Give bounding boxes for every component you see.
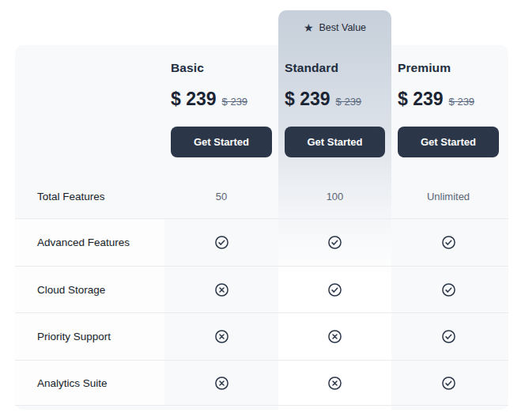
feature-label: Cloud Storage — [15, 267, 164, 312]
get-started-button[interactable]: Get Started — [171, 127, 272, 157]
feature-cell-basic — [164, 313, 278, 360]
plan-price-line: $ 239 $ 239 — [171, 89, 247, 110]
feature-label: Total Features — [15, 191, 164, 202]
total-features-premium-value: Unlimited — [391, 191, 505, 202]
plan-name: Standard — [285, 61, 338, 75]
get-started-button[interactable]: Get Started — [398, 127, 499, 157]
check-circle-icon — [441, 376, 456, 391]
feature-label: Advanced Features — [15, 219, 164, 266]
feature-row: Priority Support — [15, 312, 508, 360]
check-circle-icon — [327, 282, 342, 297]
get-started-button[interactable]: Get Started — [285, 127, 385, 157]
check-circle-icon — [441, 235, 456, 250]
best-value-label: Best Value — [319, 22, 367, 33]
feature-row: Advanced Features — [15, 218, 508, 266]
total-features-standard-value: 100 — [278, 191, 391, 202]
check-circle-icon — [441, 329, 456, 344]
cross-circle-icon — [327, 329, 342, 344]
plan-price-line: $ 239 $ 239 — [285, 89, 361, 110]
cross-circle-icon — [327, 376, 342, 391]
cross-circle-icon — [214, 329, 229, 344]
feature-label: Analytics Suite — [15, 361, 164, 405]
star-icon: ★ — [304, 22, 314, 33]
pricing-page: ★ Best Value Basic $ 239 $ 239 Get Start… — [0, 0, 525, 420]
plan-column-header-basic: Basic $ 239 $ 239 Get Started — [164, 45, 278, 174]
plan-old-price: $ 239 — [449, 96, 475, 108]
plan-old-price: $ 239 — [222, 96, 248, 108]
feature-cell-standard — [278, 361, 391, 405]
total-features-basic-value: 50 — [164, 191, 278, 202]
feature-cell-premium — [391, 267, 505, 312]
check-circle-icon — [327, 235, 342, 250]
plan-price: $ 239 — [171, 89, 217, 110]
plan-price: $ 239 — [398, 89, 444, 110]
feature-cell-premium — [391, 313, 505, 360]
pricing-card: ★ Best Value Basic $ 239 $ 239 Get Start… — [15, 45, 508, 410]
pricing-grid: Basic $ 239 $ 239 Get Started Standard $… — [15, 45, 508, 410]
feature-label: Priority Support — [15, 313, 164, 360]
best-value-badge: ★ Best Value — [278, 10, 391, 45]
plan-column-header-premium: Premium $ 239 $ 239 Get Started — [391, 45, 505, 174]
feature-cell-basic — [164, 267, 278, 312]
plan-column-header-standard: Standard $ 239 $ 239 Get Started — [278, 45, 391, 174]
feature-row: Analytics Suite — [15, 360, 508, 406]
feature-cell-standard — [278, 313, 391, 360]
plans-header-row: Basic $ 239 $ 239 Get Started Standard $… — [15, 45, 508, 174]
cross-circle-icon — [214, 376, 229, 391]
feature-cell-premium — [391, 361, 505, 405]
plan-old-price: $ 239 — [336, 96, 362, 108]
feature-row: Cloud Storage — [15, 266, 508, 312]
check-circle-icon — [441, 282, 456, 297]
plan-price: $ 239 — [285, 89, 330, 110]
feature-cell-basic — [164, 361, 278, 405]
feature-cell-basic — [164, 219, 278, 266]
cross-circle-icon — [214, 282, 229, 297]
feature-cell-standard — [278, 267, 391, 312]
plan-name: Premium — [398, 61, 451, 75]
plan-name: Basic — [171, 61, 204, 75]
plan-price-line: $ 239 $ 239 — [398, 89, 474, 110]
total-features-row: Total Features 50 100 Unlimited — [15, 174, 508, 218]
check-circle-icon — [214, 235, 229, 250]
header-label-spacer — [15, 45, 164, 174]
feature-cell-standard — [278, 219, 391, 266]
feature-cell-premium — [391, 219, 505, 266]
